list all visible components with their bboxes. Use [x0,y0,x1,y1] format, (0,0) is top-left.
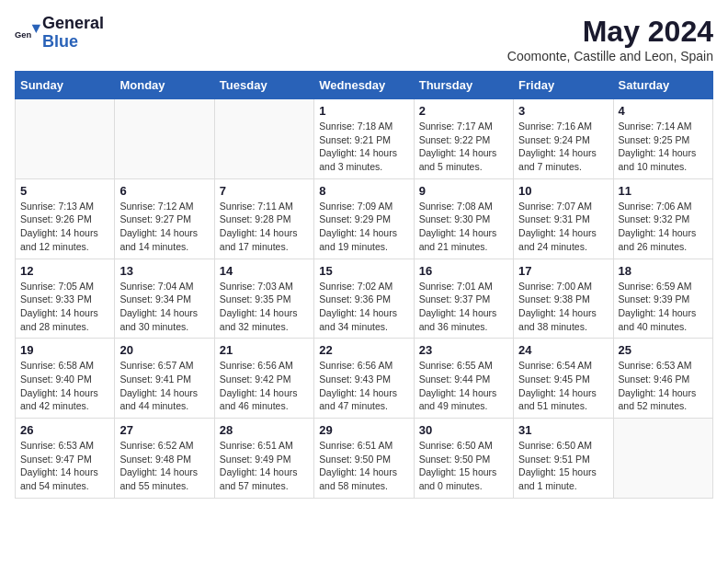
day-info: Sunrise: 7:08 AMSunset: 9:30 PMDaylight:… [419,200,508,254]
week-row-4: 26Sunrise: 6:53 AMSunset: 9:47 PMDayligh… [16,419,713,499]
week-row-1: 5Sunrise: 7:13 AMSunset: 9:26 PMDaylight… [16,178,713,259]
day-cell: 31Sunrise: 6:50 AMSunset: 9:51 PMDayligh… [514,419,613,499]
day-info: Sunrise: 7:13 AMSunset: 9:26 PMDaylight:… [20,200,109,254]
weekday-header-friday: Friday [514,72,613,99]
day-number: 25 [619,343,708,357]
day-cell [16,99,115,179]
day-number: 11 [619,184,708,198]
day-number: 14 [220,264,309,278]
day-cell: 23Sunrise: 6:55 AMSunset: 9:44 PMDayligh… [414,339,513,419]
day-number: 19 [20,343,109,357]
day-info: Sunrise: 6:56 AMSunset: 9:43 PMDaylight:… [319,359,408,413]
day-number: 10 [518,184,608,198]
day-number: 28 [220,423,309,437]
day-info: Sunrise: 6:54 AMSunset: 9:45 PMDaylight:… [518,359,608,413]
day-number: 13 [119,264,209,278]
day-number: 3 [518,104,608,118]
weekday-header-sunday: Sunday [16,72,115,99]
calendar-table: SundayMondayTuesdayWednesdayThursdayFrid… [15,71,713,499]
day-info: Sunrise: 7:07 AMSunset: 9:31 PMDaylight:… [518,200,608,254]
weekday-header-tuesday: Tuesday [214,72,313,99]
logo-text: General Blue [42,15,104,52]
day-number: 5 [20,184,109,198]
day-cell: 29Sunrise: 6:51 AMSunset: 9:50 PMDayligh… [314,419,414,499]
day-cell: 5Sunrise: 7:13 AMSunset: 9:26 PMDaylight… [16,178,115,259]
calendar-header: SundayMondayTuesdayWednesdayThursdayFrid… [16,72,713,99]
day-number: 12 [20,264,109,278]
day-info: Sunrise: 6:51 AMSunset: 9:49 PMDaylight:… [220,439,309,493]
week-row-0: 1Sunrise: 7:18 AMSunset: 9:21 PMDaylight… [16,99,713,179]
day-number: 15 [319,264,408,278]
logo-blue-text: Blue [42,33,104,52]
day-number: 20 [119,343,209,357]
day-cell: 16Sunrise: 7:01 AMSunset: 9:37 PMDayligh… [414,259,513,339]
logo: Gen General Blue [15,15,104,52]
day-cell: 25Sunrise: 6:53 AMSunset: 9:46 PMDayligh… [613,339,712,419]
day-number: 7 [220,184,309,198]
weekday-header-monday: Monday [115,72,214,99]
day-number: 29 [319,423,408,437]
day-info: Sunrise: 7:00 AMSunset: 9:38 PMDaylight:… [518,280,608,334]
day-cell: 27Sunrise: 6:52 AMSunset: 9:48 PMDayligh… [115,419,214,499]
day-cell: 7Sunrise: 7:11 AMSunset: 9:28 PMDaylight… [214,178,313,259]
header: Gen General Blue May 2024 Coomonte, Cast… [15,15,713,63]
day-info: Sunrise: 7:18 AMSunset: 9:21 PMDaylight:… [319,120,408,174]
day-cell: 18Sunrise: 6:59 AMSunset: 9:39 PMDayligh… [613,259,712,339]
day-info: Sunrise: 7:05 AMSunset: 9:33 PMDaylight:… [20,280,109,334]
weekday-header-wednesday: Wednesday [314,72,414,99]
day-cell: 28Sunrise: 6:51 AMSunset: 9:49 PMDayligh… [214,419,313,499]
day-cell: 1Sunrise: 7:18 AMSunset: 9:21 PMDaylight… [314,99,414,179]
day-cell [613,419,712,499]
day-number: 27 [119,423,209,437]
day-info: Sunrise: 6:53 AMSunset: 9:46 PMDaylight:… [619,359,708,413]
day-info: Sunrise: 6:50 AMSunset: 9:50 PMDaylight:… [419,439,508,493]
day-number: 8 [319,184,408,198]
day-info: Sunrise: 6:59 AMSunset: 9:39 PMDaylight:… [619,280,708,334]
day-cell: 14Sunrise: 7:03 AMSunset: 9:35 PMDayligh… [214,259,313,339]
day-cell: 11Sunrise: 7:06 AMSunset: 9:32 PMDayligh… [613,178,712,259]
day-number: 17 [518,264,608,278]
day-info: Sunrise: 7:16 AMSunset: 9:24 PMDaylight:… [518,120,608,174]
day-info: Sunrise: 6:52 AMSunset: 9:48 PMDaylight:… [119,439,209,493]
day-info: Sunrise: 6:57 AMSunset: 9:41 PMDaylight:… [119,359,209,413]
day-number: 1 [319,104,408,118]
day-number: 9 [419,184,508,198]
week-row-3: 19Sunrise: 6:58 AMSunset: 9:40 PMDayligh… [16,339,713,419]
day-number: 23 [419,343,508,357]
day-cell: 4Sunrise: 7:14 AMSunset: 9:25 PMDaylight… [613,99,712,179]
day-info: Sunrise: 6:58 AMSunset: 9:40 PMDaylight:… [20,359,109,413]
weekday-header-thursday: Thursday [414,72,513,99]
day-cell: 15Sunrise: 7:02 AMSunset: 9:36 PMDayligh… [314,259,414,339]
calendar-body: 1Sunrise: 7:18 AMSunset: 9:21 PMDaylight… [16,99,713,499]
day-cell: 2Sunrise: 7:17 AMSunset: 9:22 PMDaylight… [414,99,513,179]
weekday-header-saturday: Saturday [613,72,712,99]
svg-marker-1 [32,24,40,32]
day-info: Sunrise: 7:02 AMSunset: 9:36 PMDaylight:… [319,280,408,334]
svg-text:Gen: Gen [15,29,31,39]
day-number: 24 [518,343,608,357]
day-number: 31 [518,423,608,437]
day-cell: 30Sunrise: 6:50 AMSunset: 9:50 PMDayligh… [414,419,513,499]
day-info: Sunrise: 7:09 AMSunset: 9:29 PMDaylight:… [319,200,408,254]
day-cell: 6Sunrise: 7:12 AMSunset: 9:27 PMDaylight… [115,178,214,259]
day-info: Sunrise: 7:17 AMSunset: 9:22 PMDaylight:… [419,120,508,174]
day-number: 2 [419,104,508,118]
day-cell: 20Sunrise: 6:57 AMSunset: 9:41 PMDayligh… [115,339,214,419]
day-cell: 10Sunrise: 7:07 AMSunset: 9:31 PMDayligh… [514,178,613,259]
day-info: Sunrise: 6:56 AMSunset: 9:42 PMDaylight:… [220,359,309,413]
day-info: Sunrise: 6:55 AMSunset: 9:44 PMDaylight:… [419,359,508,413]
day-cell: 12Sunrise: 7:05 AMSunset: 9:33 PMDayligh… [16,259,115,339]
day-info: Sunrise: 6:53 AMSunset: 9:47 PMDaylight:… [20,439,109,493]
day-cell: 19Sunrise: 6:58 AMSunset: 9:40 PMDayligh… [16,339,115,419]
logo-general-text: General [42,15,104,33]
day-number: 22 [319,343,408,357]
day-cell [214,99,313,179]
week-row-2: 12Sunrise: 7:05 AMSunset: 9:33 PMDayligh… [16,259,713,339]
day-info: Sunrise: 7:06 AMSunset: 9:32 PMDaylight:… [619,200,708,254]
day-number: 6 [119,184,209,198]
day-info: Sunrise: 6:51 AMSunset: 9:50 PMDaylight:… [319,439,408,493]
day-cell: 17Sunrise: 7:00 AMSunset: 9:38 PMDayligh… [514,259,613,339]
day-number: 21 [220,343,309,357]
day-info: Sunrise: 6:50 AMSunset: 9:51 PMDaylight:… [518,439,608,493]
day-number: 30 [419,423,508,437]
